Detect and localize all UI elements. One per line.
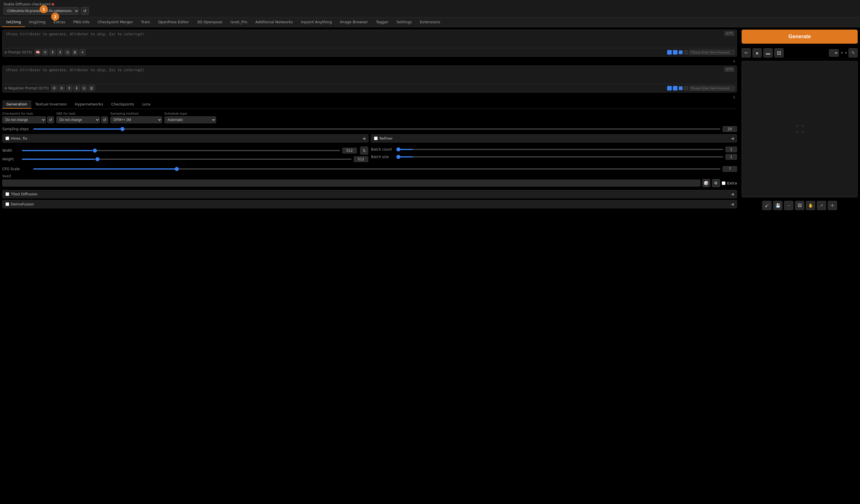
tab-train[interactable]: Train (137, 17, 154, 27)
refiner-checkbox-label[interactable]: Refiner (374, 136, 393, 141)
height-slider[interactable] (22, 159, 352, 160)
sampling-method-select[interactable]: DPM++ 2M (110, 116, 162, 123)
tab-image-browser[interactable]: Image Browser (336, 17, 372, 27)
tab-settings[interactable]: Settings (393, 17, 416, 27)
prompt-download-btn[interactable]: ⬇ (57, 49, 63, 56)
prompt-toggle-2[interactable] (673, 50, 677, 55)
bottom-cursor-btn[interactable]: ↗ (817, 201, 826, 210)
prompt-settings-btn[interactable]: ⚙ (42, 49, 48, 56)
section-tab-lora[interactable]: Lora (138, 100, 154, 109)
refresh-checkpoint-btn[interactable]: ↺ (81, 7, 89, 15)
prompt-label: ⊖ Prompt (0/75) (4, 50, 32, 54)
size-batch-grid: Width 512 ⇅ Height 512 Batch count (2, 146, 737, 164)
seed-extra-label[interactable]: Extra (722, 181, 737, 185)
prompt-star-btn[interactable]: ✦ (79, 49, 86, 56)
prompt-keyword-input[interactable] (689, 50, 735, 55)
bottom-image-btn[interactable]: 🖼 (795, 201, 804, 210)
bottom-hand-btn[interactable]: ✋ (806, 201, 815, 210)
tab-3d-openpose[interactable]: 3D Openpose (193, 17, 226, 27)
sampling-steps-row: Sampling steps 20 (2, 126, 737, 132)
tab-img2img[interactable]: img2img (25, 17, 49, 27)
prompt-toggle-4[interactable] (684, 50, 688, 54)
pencil-icon: ✏ (744, 50, 748, 56)
cfg-scale-slider[interactable] (33, 168, 720, 170)
demo-fusion-checkbox-label[interactable]: DemoFusion (5, 202, 34, 206)
tiled-diffusion-row[interactable]: Tiled Diffusion ◀ (2, 190, 737, 198)
section-tab-checkpoints[interactable]: Checkpoints (107, 100, 138, 109)
seed-extra-checkbox[interactable] (722, 181, 726, 185)
tab-checkpoint-merger[interactable]: Checkpoint Merger (94, 17, 137, 27)
tiled-diffusion-checkbox[interactable] (5, 192, 9, 196)
action-pencil-btn[interactable]: ✏ (742, 48, 751, 57)
refiner-checkbox[interactable] (374, 136, 378, 140)
tab-additional-networks[interactable]: Additional Networks (251, 17, 297, 27)
tab-png-info[interactable]: PNG Info (69, 17, 94, 27)
bottom-save-btn[interactable]: 💾 (773, 201, 783, 210)
section-tab-hypernetworks[interactable]: Hypernetworks (71, 100, 107, 109)
bottom-brush-btn[interactable]: 🖌 (762, 201, 772, 210)
neg-keyword-input[interactable] (689, 86, 735, 91)
neg-toggle-1[interactable] (667, 86, 672, 90)
neg-toggle-4[interactable] (684, 86, 688, 90)
checkpoint-task-refresh-btn[interactable]: ↺ (47, 116, 54, 123)
action-image-btn[interactable]: 🖼 (774, 48, 784, 57)
checkpoint-task-select[interactable]: Do not change (2, 116, 46, 123)
prompt-toggle-1[interactable] (667, 50, 672, 55)
prompt-upload-btn[interactable]: ⬆ (49, 49, 56, 56)
tab-extensions[interactable]: Extensions (416, 17, 444, 27)
prompt-brain-btn[interactable]: 🧠 (34, 49, 41, 56)
prompt-count: 0/75 (724, 31, 734, 36)
neg-settings-btn[interactable]: ⚙ (51, 85, 57, 91)
hires-fix-checkbox[interactable] (5, 136, 9, 140)
dropdown-arrow[interactable]: ▾ (845, 51, 847, 55)
style-select[interactable] (829, 49, 839, 57)
action-edit-btn[interactable]: ✎ (848, 48, 858, 57)
seed-dice-btn[interactable]: 🎲 (702, 179, 710, 187)
vae-task-refresh-btn[interactable]: ↺ (101, 116, 108, 123)
tiled-diffusion-checkbox-label[interactable]: Tiled Diffusion (5, 192, 38, 196)
neg-upload-btn[interactable]: ⬆ (66, 85, 72, 91)
prompt-copy-btn[interactable]: ⧉ (64, 49, 71, 56)
neg-copy-btn[interactable]: ⧉ (81, 85, 87, 91)
x-btn[interactable]: ✕ (841, 51, 843, 55)
hires-fix-checkbox-label[interactable]: Hires. fix (5, 136, 27, 141)
tab-openpose-editor[interactable]: OpenPose Editor (154, 17, 193, 27)
negative-prompt-textarea[interactable] (3, 66, 737, 83)
width-slider[interactable] (22, 150, 340, 151)
section-tab-textual-inversion[interactable]: Textual Inversion (31, 100, 71, 109)
tab-inpaint-anything[interactable]: Inpaint Anything (297, 17, 336, 27)
hires-fix-row[interactable]: Hires. fix ◀ (2, 134, 369, 143)
neg-download-btn[interactable]: ⬇ (74, 85, 80, 91)
prompt-textarea[interactable] (3, 30, 737, 47)
demo-fusion-checkbox[interactable] (5, 202, 9, 206)
action-minus-square-btn[interactable]: ▬ (763, 48, 773, 57)
batch-count-slider[interactable] (396, 149, 723, 150)
tab-txt2img[interactable]: txt2img (2, 17, 25, 27)
neg-toggle-2[interactable] (673, 86, 677, 90)
demo-fusion-row[interactable]: DemoFusion ◀ (2, 200, 737, 208)
vae-task-select[interactable]: Do not change (56, 116, 100, 123)
seed-recycle-btn[interactable]: ♻ (712, 179, 720, 187)
sampling-method-group: Sampling method DPM++ 2M (110, 112, 162, 123)
prompt-toggle-3[interactable] (679, 50, 683, 54)
section-tab-generation[interactable]: Generation (2, 100, 31, 109)
neg-settings2-btn[interactable]: ⚙ (59, 85, 65, 91)
swap-dimensions-btn[interactable]: ⇅ (360, 146, 368, 155)
prompt-collapse-btn[interactable]: ∧ (732, 58, 736, 64)
seed-input[interactable]: -1 (2, 179, 701, 187)
sampling-steps-slider[interactable] (33, 128, 720, 130)
action-square-btn[interactable]: ■ (752, 48, 762, 57)
tab-tagger[interactable]: Tagger (372, 17, 393, 27)
prompt-delete-btn[interactable]: 🗑 (72, 49, 78, 56)
schedule-type-select[interactable]: Automatic (164, 116, 216, 123)
generate-btn[interactable]: Generate (742, 30, 858, 44)
main-layout: 0/75 ⊖ Prompt (0/75) 🧠 ⚙ ⬆ ⬇ ⧉ 🗑 ✦ (0, 27, 860, 212)
neg-toggle-3[interactable] (679, 86, 683, 90)
bottom-minus-btn[interactable]: − (784, 201, 793, 210)
neg-collapse-btn[interactable]: ∧ (732, 94, 736, 100)
batch-size-slider[interactable] (396, 156, 723, 157)
tab-isnet-pro[interactable]: isnet_Pro (226, 17, 251, 27)
refiner-row[interactable]: Refiner ◀ (371, 134, 737, 143)
bottom-plus-btn[interactable]: ✛ (828, 201, 837, 210)
neg-delete-btn[interactable]: 🗑 (88, 85, 95, 91)
